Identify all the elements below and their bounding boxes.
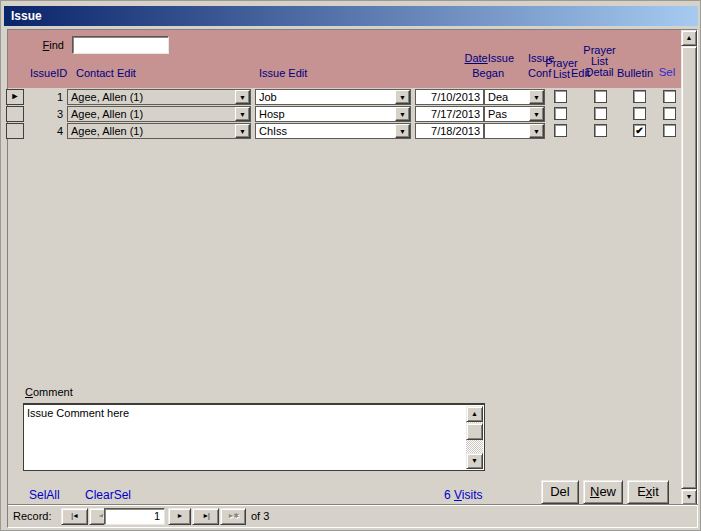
col-header-contact-edit[interactable]: Contact Edit — [76, 67, 136, 79]
dropdown-button[interactable]: ▼ — [235, 107, 250, 121]
visits-link[interactable]: 6 Visits — [444, 488, 483, 502]
dropdown-icon: ▼ — [533, 94, 540, 101]
issue-combo[interactable]: Hosp▼ — [255, 106, 411, 122]
dropdown-icon: ▼ — [239, 111, 246, 118]
issue-combo[interactable]: Job▼ — [255, 89, 411, 105]
dropdown-icon: ▼ — [239, 128, 246, 135]
form-scroll-down-button[interactable]: ▼ — [681, 489, 697, 505]
new-button[interactable]: New — [583, 480, 623, 504]
comment-scrollbar-thumb[interactable] — [466, 423, 483, 440]
dropdown-icon: ▼ — [399, 94, 406, 101]
issue-combo[interactable]: ChIss▼ — [255, 123, 411, 139]
dropdown-button[interactable]: ▼ — [529, 107, 544, 121]
last-record-icon: ►| — [202, 512, 209, 519]
form-scroll-up-button[interactable]: ▲ — [681, 30, 697, 46]
date-began-field[interactable]: 7/18/2013 — [415, 123, 484, 139]
current-record-arrow-icon: ► — [11, 91, 20, 101]
record-nav-separator — [8, 505, 698, 506]
col-header-prayer-list-detail: PrayerListDetail — [577, 45, 622, 78]
col-header-bulletin: Bulletin — [617, 67, 653, 79]
dropdown-button[interactable]: ▼ — [529, 124, 544, 138]
record-nav-label: Record: — [13, 510, 52, 522]
bulletin-checkbox[interactable] — [633, 107, 646, 120]
issueid-cell: 4 — [24, 123, 63, 139]
first-record-button[interactable]: |◄ — [61, 508, 88, 525]
contact-combo[interactable]: Agee, Allen (1)▼ — [67, 89, 251, 105]
date-began-field[interactable]: 7/10/2013 — [415, 89, 484, 105]
comment-scroll-up-button[interactable]: ▲ — [466, 406, 483, 422]
last-record-button[interactable]: ►| — [192, 508, 219, 525]
contact-combo[interactable]: Agee, Allen (1)▼ — [67, 123, 251, 139]
record-selector[interactable]: ► — [6, 89, 24, 105]
dropdown-button[interactable]: ▼ — [235, 90, 250, 104]
record-selector[interactable] — [6, 106, 24, 122]
next-record-button[interactable]: ► — [168, 508, 191, 525]
scroll-up-icon: ▲ — [471, 410, 478, 417]
issue-row: 3 Agee, Allen (1)▼ Hosp▼ 7/17/2013 Pas▼ — [1, 106, 701, 122]
new-record-icon: ►✱ — [228, 512, 239, 519]
comment-scroll-down-button[interactable]: ▼ — [466, 453, 483, 469]
title-bar[interactable]: Issue — [4, 6, 698, 26]
exit-button[interactable]: Exit — [627, 480, 669, 504]
visits-count: 6 — [444, 488, 451, 502]
bulletin-checkbox[interactable]: ✔ — [633, 124, 646, 137]
sel-checkbox[interactable] — [663, 124, 676, 137]
dropdown-button[interactable]: ▼ — [529, 90, 544, 104]
dropdown-button[interactable]: ▼ — [395, 107, 410, 121]
prayer-list-detail-checkbox[interactable] — [594, 90, 607, 103]
conf-combo[interactable]: Pas▼ — [484, 106, 545, 122]
find-label: Find — [21, 39, 64, 51]
dropdown-button[interactable]: ▼ — [395, 124, 410, 138]
issue-window: Issue Find IssueID Contact Edit Issue Ed… — [0, 0, 701, 531]
window-title: Issue — [11, 9, 42, 23]
prayer-list-detail-checkbox[interactable] — [594, 107, 607, 120]
dropdown-icon: ▼ — [239, 94, 246, 101]
dropdown-icon: ▼ — [533, 111, 540, 118]
issue-row: 4 Agee, Allen (1)▼ ChIss▼ 7/18/2013 ▼ ✔ — [1, 123, 701, 139]
new-record-button[interactable]: ►✱ — [220, 508, 246, 525]
prayer-list-checkbox[interactable] — [554, 107, 567, 120]
bulletin-checkbox[interactable] — [633, 90, 646, 103]
first-record-icon: |◄ — [71, 512, 78, 519]
record-selector[interactable] — [6, 123, 24, 139]
sel-checkbox[interactable] — [663, 107, 676, 120]
find-input[interactable] — [72, 36, 169, 54]
selall-link[interactable]: SelAll — [29, 488, 60, 502]
date-began-field[interactable]: 7/17/2013 — [415, 106, 484, 122]
comment-text: Issue Comment here — [27, 407, 464, 419]
prayer-list-checkbox[interactable] — [554, 90, 567, 103]
issueid-cell: 3 — [24, 106, 63, 122]
dropdown-icon: ▼ — [399, 111, 406, 118]
comment-textarea[interactable]: Issue Comment here ▲ ▼ — [23, 403, 485, 471]
col-header-date-issue[interactable]: DateIssue — [426, 52, 514, 64]
prayer-list-detail-checkbox[interactable] — [594, 124, 607, 137]
del-button[interactable]: Del — [541, 480, 579, 504]
comment-label: Comment — [25, 386, 73, 398]
record-number-input[interactable]: 1 — [104, 508, 165, 525]
contact-combo[interactable]: Agee, Allen (1)▼ — [67, 106, 251, 122]
scroll-down-icon: ▼ — [686, 493, 693, 500]
issueid-cell: 1 — [24, 89, 63, 105]
clearsel-link[interactable]: ClearSel — [85, 488, 131, 502]
sel-checkbox[interactable] — [663, 90, 676, 103]
issue-row: ► 1 Agee, Allen (1)▼ Job▼ 7/10/2013 Dea▼ — [1, 89, 701, 105]
record-count-label: of 3 — [251, 510, 269, 522]
form-scrollbar-thumb[interactable] — [681, 46, 697, 489]
dropdown-button[interactable]: ▼ — [235, 124, 250, 138]
next-record-icon: ► — [177, 512, 183, 519]
prayer-list-checkbox[interactable] — [554, 124, 567, 137]
col-header-issueid: IssueID — [30, 67, 67, 79]
dropdown-icon: ▼ — [533, 128, 540, 135]
col-header-sel[interactable]: Sel — [655, 66, 679, 78]
scroll-up-icon: ▲ — [686, 34, 693, 41]
col-header-issue-edit[interactable]: Issue Edit — [259, 67, 307, 79]
dropdown-icon: ▼ — [399, 128, 406, 135]
previous-record-icon: ◄ — [98, 512, 104, 519]
checkmark-icon: ✔ — [635, 125, 643, 136]
conf-combo[interactable]: ▼ — [484, 123, 545, 139]
conf-combo[interactable]: Dea▼ — [484, 89, 545, 105]
col-header-began: Began — [426, 67, 504, 79]
scroll-down-icon: ▼ — [471, 457, 478, 464]
dropdown-button[interactable]: ▼ — [395, 90, 410, 104]
